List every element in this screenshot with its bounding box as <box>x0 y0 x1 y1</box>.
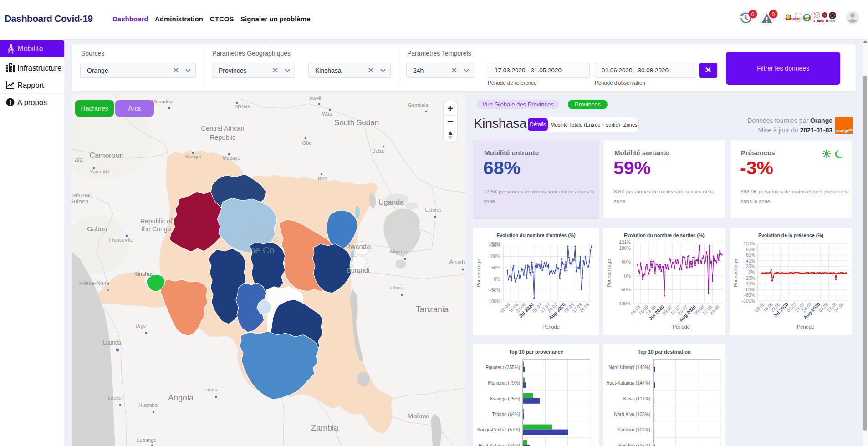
svg-text:0%: 0% <box>494 277 501 282</box>
svg-text:Haut-Katanga (147%): Haut-Katanga (147%) <box>606 380 650 385</box>
svg-text:Pourcentage: Pourcentage <box>606 259 612 287</box>
svg-text:-80%: -80% <box>745 293 755 298</box>
svg-text:121%: 121% <box>619 240 631 245</box>
svg-text:158%: 158% <box>489 242 500 247</box>
svg-text:Kasai (117%): Kasai (117%) <box>623 396 650 401</box>
svg-text:50%: 50% <box>491 265 500 270</box>
svg-text:Equateur (355%): Equateur (355%) <box>485 365 520 370</box>
svg-text:-60%: -60% <box>745 287 755 292</box>
svg-text:0%: 0% <box>624 274 631 279</box>
svg-text:-40%: -40% <box>745 281 755 286</box>
svg-text:LA VOIX: LA VOIX <box>817 20 824 22</box>
svg-text:Top 10 par provenance: Top 10 par provenance <box>509 349 563 355</box>
svg-text:Kwango (75%): Kwango (75%) <box>490 396 520 401</box>
svg-text:Kongo-Central (57%): Kongo-Central (57%) <box>477 427 520 432</box>
svg-text:-50%: -50% <box>620 287 631 292</box>
svg-text:Période: Période <box>673 324 690 329</box>
svg-text:-100%: -100% <box>618 301 631 306</box>
svg-text:CNOS: CNOS <box>829 20 835 22</box>
svg-text:Pourcentage: Pourcentage <box>476 259 481 287</box>
svg-text:0: 0 <box>751 11 755 18</box>
svg-text:40%: 40% <box>746 258 755 264</box>
svg-text:-100%: -100% <box>487 299 500 304</box>
svg-text:Evolution du nombre d'entrées: Evolution du nombre d'entrées (%) <box>496 233 575 238</box>
svg-text:50%: 50% <box>622 259 631 264</box>
svg-text:100%: 100% <box>743 241 755 246</box>
svg-text:Evolution de la présence (%): Evolution de la présence (%) <box>758 233 823 238</box>
svg-text:Maniema (79%): Maniema (79%) <box>488 380 520 385</box>
svg-text:Sankuru (102%): Sankuru (102%) <box>618 427 650 432</box>
svg-text:-20%: -20% <box>745 276 755 281</box>
svg-text:0%: 0% <box>749 270 756 275</box>
svg-text:Sud-Kivu (95%): Sud-Kivu (95%) <box>618 443 650 446</box>
svg-text:80%: 80% <box>746 247 755 252</box>
svg-text:Nord-Ubangi (148%): Nord-Ubangi (148%) <box>608 365 650 370</box>
svg-text:-50%: -50% <box>490 288 500 293</box>
svg-text:Période: Période <box>797 324 814 329</box>
svg-text:Pourcentage: Pourcentage <box>733 259 738 287</box>
svg-text:100%: 100% <box>619 246 631 251</box>
svg-text:Période: Période <box>542 324 560 329</box>
svg-text:20%: 20% <box>746 264 755 269</box>
svg-text:0: 0 <box>772 11 775 18</box>
svg-text:Tshopo (64%): Tshopo (64%) <box>492 412 520 417</box>
svg-text:CBM: CBM <box>804 16 810 19</box>
svg-text:100%: 100% <box>489 254 500 259</box>
svg-text:-100%: -100% <box>742 299 755 304</box>
svg-text:Nord-Kivu (105%): Nord-Kivu (105%) <box>614 412 650 417</box>
svg-text:Haut-Katanga (44%): Haut-Katanga (44%) <box>479 443 520 446</box>
svg-text:Top 10 par destination: Top 10 par destination <box>638 349 691 355</box>
svg-text:Evolution du nombre de sorties: Evolution du nombre de sorties (%) <box>624 233 705 238</box>
svg-text:60%: 60% <box>746 253 755 258</box>
